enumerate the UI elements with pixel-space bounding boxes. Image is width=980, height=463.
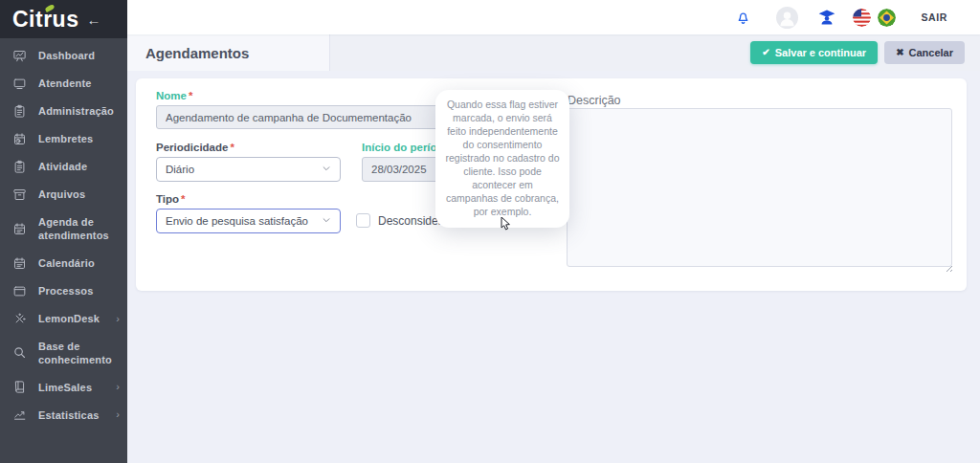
sidebar-item-processos[interactable]: Processos [0, 277, 127, 305]
sidebar-item-label: Atendente [38, 77, 111, 90]
chevron-right-icon: › [116, 314, 120, 324]
sidebar-item-label: Lembretes [38, 132, 111, 145]
descricao-label: Descrição [568, 94, 621, 107]
chevron-down-icon [322, 164, 331, 175]
sidebar-item-lembretes[interactable]: Lembretes [0, 125, 127, 153]
sidebar-item-label: LimeSales [38, 381, 111, 394]
calendar-icon [12, 256, 27, 271]
chevron-right-icon: › [116, 382, 120, 392]
flag-br-icon[interactable] [878, 9, 896, 27]
sidebar-item-estatisticas[interactable]: Estatisticas› [0, 401, 127, 429]
toolbar-buttons: ✔ Salvar e continuar ✖ Cancelar [750, 41, 965, 64]
sidebar-collapse-arrow-icon[interactable]: ← [86, 11, 100, 28]
sidebar-item-label: Dashboard [38, 49, 111, 62]
periodicidade-select[interactable]: Diário [156, 157, 341, 182]
content-area: Nome* Periodicidade* Diário Início do pe… [127, 71, 980, 463]
clipboard-icon [12, 104, 27, 119]
tipo-value: Envio de pesquisa satisfação [166, 215, 308, 227]
logout-button[interactable]: SAIR [922, 11, 948, 23]
main-area: SAIR Agendamentos ✔ Salvar e continuar ✖… [127, 0, 980, 463]
dashboard-icon [12, 49, 27, 63]
help-tooltip: Quando essa flag estiver marcada, o envi… [435, 90, 569, 228]
book-icon [12, 380, 27, 394]
page-title-tab: Agendamentos [127, 34, 330, 71]
search-icon [12, 345, 27, 360]
cancel-label: Cancelar [909, 47, 953, 58]
sidebar-item-label: Administração [38, 104, 111, 118]
topbar: SAIR [127, 0, 980, 34]
sidebar-item-administra-o[interactable]: Administração [0, 98, 127, 125]
save-continue-label: Salvar e continuar [775, 47, 866, 58]
required-mark: * [189, 90, 192, 101]
archive-icon [12, 187, 27, 202]
tipo-label: Tipo* [156, 193, 186, 205]
sidebar-item-label: LemonDesk [38, 312, 111, 325]
sidebar-item-label: Base de conhecimento [38, 340, 111, 367]
flag-us-icon[interactable] [853, 9, 871, 27]
required-mark: * [230, 142, 234, 153]
lemon-icon [12, 312, 27, 326]
clipboard-icon [12, 160, 27, 174]
sidebar-item-label: Atividade [38, 160, 111, 173]
tipo-select[interactable]: Envio de pesquisa satisfação [156, 209, 341, 233]
nome-label: Nome* [156, 90, 192, 101]
sidebar-item-base-de-conhecimento[interactable]: Base de conhecimento [0, 333, 127, 374]
monitor-icon [12, 77, 27, 91]
cancel-button[interactable]: ✖ Cancelar [884, 41, 965, 64]
descricao-textarea[interactable] [567, 108, 952, 267]
periodicidade-label: Periodicidade* [156, 142, 234, 153]
sidebar-item-arquivos[interactable]: Arquivos [0, 181, 127, 209]
check-icon: ✔ [762, 48, 769, 57]
sidebar-item-lemondesk[interactable]: LemonDesk› [0, 305, 127, 333]
desconsiderar-consentimento-checkbox[interactable] [356, 213, 370, 228]
chevron-down-icon [322, 215, 331, 227]
sidebar-item-label: Calendário [38, 256, 111, 270]
mouse-cursor-icon [501, 217, 512, 234]
sidebar-item-label: Estatisticas [38, 408, 111, 422]
sidebar-item-label: Processos [38, 284, 111, 298]
reminder-icon [12, 132, 27, 146]
inicio-periodo-date-input[interactable] [362, 157, 444, 182]
sidebar-menu: DashboardAtendenteAdministraçãoLembretes… [0, 38, 127, 429]
calendar-icon [12, 222, 27, 236]
chevron-right-icon: › [116, 409, 120, 420]
textarea-resize-grip[interactable] [945, 259, 953, 268]
sidebar-item-atividade[interactable]: Atividade [0, 153, 127, 181]
logo-bar: Citrus ← [0, 0, 127, 38]
toolbar: Agendamentos ✔ Salvar e continuar ✖ Canc… [127, 34, 980, 71]
required-mark: * [181, 193, 185, 205]
sidebar-item-label: Agenda de atendimentos [38, 215, 111, 243]
sidebar-item-limesales[interactable]: LimeSales› [0, 373, 127, 401]
sidebar: Citrus ← DashboardAtendenteAdministração… [0, 0, 127, 463]
page-title: Agendamentos [145, 45, 249, 61]
sidebar-item-calend-rio[interactable]: Calendário [0, 250, 127, 277]
x-icon: ✖ [896, 48, 903, 57]
stats-icon [12, 408, 27, 422]
sidebar-item-atendente[interactable]: Atendente [0, 70, 127, 98]
save-continue-button[interactable]: ✔ Salvar e continuar [750, 41, 878, 64]
periodicidade-value: Diário [166, 164, 194, 175]
sidebar-item-agenda-de-atendimentos[interactable]: Agenda de atendimentos [0, 209, 127, 250]
tutor-graduation-icon[interactable] [817, 8, 836, 27]
window-icon [12, 284, 27, 298]
sidebar-item-dashboard[interactable]: Dashboard [0, 42, 127, 70]
notifications-bell-icon[interactable] [735, 10, 751, 26]
help-tooltip-text: Quando essa flag estiver marcada, o envi… [445, 99, 559, 217]
user-avatar[interactable] [776, 7, 798, 29]
sidebar-item-label: Arquivos [38, 187, 111, 201]
